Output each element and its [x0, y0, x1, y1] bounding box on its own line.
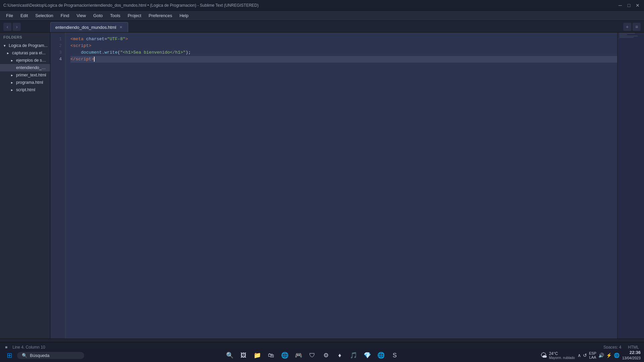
sidebar-item[interactable]: entendiendo_do... — [0, 64, 50, 71]
sidebar-item[interactable]: ▸capturas para el... — [0, 49, 50, 57]
weather-info: 24°C Mayorm. nublado — [549, 351, 575, 360]
taskbar-app-mcafee[interactable]: 🛡 — [306, 349, 318, 361]
taskbar-app-chrome[interactable]: 🌐 — [375, 349, 387, 361]
tab-navigation: ‹ › — [0, 21, 50, 33]
sidebar-item-label: script.html — [16, 87, 35, 92]
sidebar-item[interactable]: ▸ejemplos de scri... — [0, 57, 50, 64]
taskbar-app-app2[interactable]: ♦ — [334, 349, 346, 361]
sidebar-item-label: ejemplos de scri... — [16, 58, 48, 63]
tab-list-button[interactable]: ≡ — [633, 23, 641, 31]
main-area: FOLDERS ▾Logica de Program...▸capturas p… — [0, 33, 644, 339]
menu-item-find[interactable]: Find — [57, 12, 72, 19]
syntax-token: script — [76, 57, 92, 62]
line-numbers: 1234 — [50, 33, 65, 339]
clock[interactable]: 22:36 13/04/2023 — [622, 350, 641, 360]
maximize-button[interactable]: □ — [626, 2, 632, 8]
code-line: </script> — [70, 56, 617, 63]
sidebar-item[interactable]: ▸script.html — [0, 86, 50, 94]
menu-item-edit[interactable]: Edit — [17, 12, 31, 19]
code-line: <script> — [70, 43, 617, 49]
tray-power[interactable]: ⚡ — [606, 353, 612, 358]
line-number: 2 — [50, 43, 65, 49]
folder-arrow-icon — [9, 65, 15, 70]
sidebar-item-label: primer_text.html — [16, 73, 46, 77]
line-number: 1 — [50, 36, 65, 43]
taskbar-center: 🔍🖼📁🛍🌐🎮🛡⚙♦🎵💎🌐S — [84, 349, 540, 361]
weather-desc: Mayorm. nublado — [549, 356, 575, 360]
close-button[interactable]: ✕ — [635, 2, 641, 8]
tab-right-controls: + ≡ — [620, 21, 644, 33]
sidebar: FOLDERS ▾Logica de Program...▸capturas p… — [0, 33, 50, 339]
tray-network[interactable]: 🌐 — [614, 353, 620, 358]
menu-item-goto[interactable]: Goto — [90, 12, 106, 19]
syntax-token: "UTF-8" — [107, 37, 125, 42]
minimap — [617, 33, 644, 339]
taskbar-app-app4[interactable]: 💎 — [361, 349, 373, 361]
tab-close-button[interactable]: ✕ — [119, 25, 123, 29]
tab-bar: ‹ › entendiendo_dos_mundos.html ✕ + ≡ — [0, 21, 644, 33]
clock-date: 13/04/2023 — [622, 356, 641, 360]
weather-icon: 🌤 — [540, 352, 547, 359]
sidebar-item-label: Logica de Program... — [9, 43, 48, 48]
sidebar-item-label: capturas para el... — [12, 51, 46, 55]
syntax-token: ); — [185, 50, 191, 55]
taskbar-app-search[interactable]: 🔍 — [224, 349, 236, 361]
syntax-token: </ — [70, 57, 76, 62]
taskbar-app-app1[interactable]: ⚙ — [320, 349, 332, 361]
weather-widget[interactable]: 🌤 24°C Mayorm. nublado — [540, 351, 575, 360]
tray-chevron[interactable]: ∧ — [578, 353, 581, 358]
taskbar-right: 🌤 24°C Mayorm. nublado ∧ ↺ ESP LAA 🔊 ⚡ 🌐… — [540, 350, 641, 360]
minimize-button[interactable]: ─ — [617, 2, 623, 8]
syntax-token: > — [91, 57, 94, 62]
code-line: document.write("<h1>Sea bienvenido</h1>"… — [70, 49, 617, 56]
editor[interactable]: 1234 <meta charset="UTF-8"><script> docu… — [50, 33, 644, 339]
syntax-token: > — [125, 37, 128, 42]
tabs-container: entendiendo_dos_mundos.html ✕ — [50, 22, 128, 32]
taskbar-app-store[interactable]: 🛍 — [265, 349, 277, 361]
taskbar-app-edge[interactable]: 🌐 — [279, 349, 291, 361]
title-bar: C:\Users\casti\Desktop\Logica de Program… — [0, 0, 644, 11]
menu-item-tools[interactable]: Tools — [107, 12, 123, 19]
sidebar-item[interactable]: ▸programa.html — [0, 79, 50, 86]
menu-item-preferences[interactable]: Preferences — [145, 12, 175, 19]
tray-rotate-icon[interactable]: ↺ — [583, 353, 587, 358]
folder-arrow-icon: ▸ — [9, 87, 15, 93]
taskbar-app-app3[interactable]: 🎵 — [347, 349, 360, 361]
menu-item-view[interactable]: View — [73, 12, 89, 19]
code-area[interactable]: <meta charset="UTF-8"><script> document.… — [65, 33, 617, 339]
tray-volume[interactable]: 🔊 — [598, 353, 604, 358]
taskbar-left: ⊞ 🔍 Búsqueda — [3, 349, 84, 361]
menu-item-file[interactable]: File — [3, 12, 16, 19]
syntax-token: > — [89, 43, 92, 48]
taskbar-search[interactable]: 🔍 Búsqueda — [17, 352, 84, 359]
menu-bar: FileEditSelectionFindViewGotoToolsProjec… — [0, 11, 644, 21]
windows-start-button[interactable]: ⊞ — [3, 349, 15, 361]
menu-item-selection[interactable]: Selection — [32, 12, 56, 19]
title-bar-text: C:\Users\casti\Desktop\Logica de Program… — [3, 3, 259, 8]
horizontal-scrollbar[interactable] — [0, 339, 644, 342]
folder-arrow-icon: ▸ — [9, 58, 15, 63]
code-line: <meta charset="UTF-8"> — [70, 36, 617, 43]
menu-item-help[interactable]: Help — [176, 12, 192, 19]
syntax-token: charset — [84, 37, 104, 42]
sidebar-tree: ▾Logica de Program...▸capturas para el..… — [0, 42, 50, 94]
new-tab-button[interactable]: + — [623, 23, 631, 31]
folder-arrow-icon: ▸ — [9, 72, 15, 78]
window-controls: ─ □ ✕ — [617, 2, 641, 8]
system-tray: ∧ ↺ ESP LAA 🔊 ⚡ 🌐 — [578, 351, 620, 359]
folder-arrow-icon: ▾ — [2, 43, 7, 48]
taskbar-app-files[interactable]: 📁 — [251, 349, 263, 361]
tray-lang[interactable]: ESP LAA — [589, 351, 596, 359]
syntax-token: write — [104, 50, 117, 55]
folder-arrow-icon: ▸ — [9, 80, 15, 85]
tab-entendiendo[interactable]: entendiendo_dos_mundos.html ✕ — [50, 22, 128, 32]
menu-item-project[interactable]: Project — [124, 12, 145, 19]
tab-forward-button[interactable]: › — [13, 23, 21, 31]
line-number: 3 — [50, 49, 65, 56]
sidebar-item[interactable]: ▾Logica de Program... — [0, 42, 50, 49]
taskbar-app-xbox[interactable]: 🎮 — [292, 349, 305, 361]
taskbar-app-landscape[interactable]: 🖼 — [237, 349, 250, 361]
taskbar-app-sublime[interactable]: S — [389, 349, 401, 361]
tab-back-button[interactable]: ‹ — [3, 23, 11, 31]
sidebar-item[interactable]: ▸primer_text.html — [0, 71, 50, 79]
